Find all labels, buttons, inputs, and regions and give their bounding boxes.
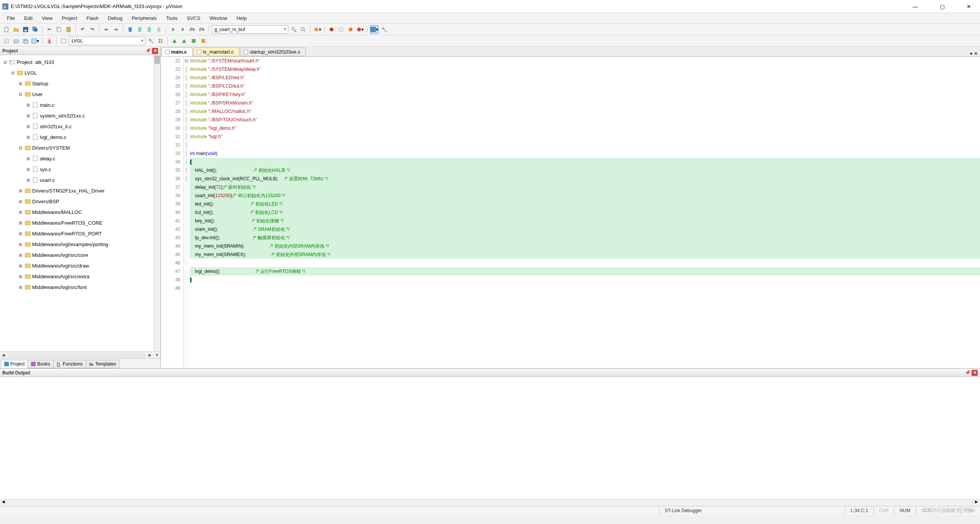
svg-rect-27 [47,42,51,43]
code-editor[interactable]: 2223242526272829303132333435363738394041… [161,57,980,368]
panel-close-icon[interactable]: ✕ [152,48,158,54]
find-in-files-icon[interactable] [299,25,307,34]
minimize-button[interactable]: — [906,1,924,12]
undo-icon[interactable]: ↶ [78,25,87,34]
find-icon[interactable]: 🔍 [289,25,298,34]
target-options-icon[interactable]: 🔧 [147,37,155,45]
tab-close-all-icon[interactable]: ✕ [974,51,978,56]
manage-rte2-icon[interactable] [199,37,207,45]
cut-icon[interactable]: ✂ [45,25,54,34]
tree-group[interactable]: ⊞Middlewares/lvgl/examples/porting [0,239,160,250]
tool-config-icon[interactable]: 🔧 [380,25,388,34]
pack-install2-icon[interactable] [180,37,188,45]
tree-group[interactable]: ⊞Middlewares/FreeRTOS_PORT [0,228,160,239]
window-layout-icon[interactable]: ▾ [370,25,379,34]
nav-back-icon[interactable]: ⇐ [102,25,111,34]
project-tab-project[interactable]: Project [1,360,28,368]
svg-rect-10 [129,27,132,32]
open-icon[interactable] [12,25,20,34]
tree-file[interactable]: ⊞lvgl_demo.c [0,132,160,142]
editor-tab[interactable]: startup_stm32f103xe.s [240,47,306,56]
project-tab-templates[interactable]: 0▸Templates [86,360,120,368]
build-output-body[interactable] [0,377,980,499]
menu-view[interactable]: View [37,14,57,23]
tree-group[interactable]: ⊞Drivers/STM32F1xx_HAL_Driver [0,185,160,196]
batch-build-icon[interactable]: ▾ [31,37,39,45]
tree-group[interactable]: ⊞Startup [0,78,160,89]
tree-group[interactable]: ⊞Middlewares/MALLOC [0,207,160,217]
maximize-button[interactable]: ▢ [933,1,951,12]
download-icon[interactable] [45,37,54,45]
debug-config-icon[interactable]: ▾ [313,25,322,34]
pack-install-icon[interactable] [170,37,179,45]
tree-project-root[interactable]: ⊟Project: atk_f103 [0,57,160,67]
build-hscroll[interactable]: ◀▶ [0,499,980,506]
menu-edit[interactable]: Edit [20,14,37,23]
tree-file[interactable]: ⊞stm32f1xx_it.c [0,121,160,132]
close-button[interactable]: ✕ [960,1,978,12]
tree-group[interactable]: ⊞Middlewares/lvgl/src/font [0,282,160,292]
tree-file[interactable]: ⊞system_stm32f1xx.c [0,110,160,121]
tree-target[interactable]: ⊟LVGL [0,67,160,78]
bookmark-icon[interactable] [126,25,134,34]
build-icon[interactable] [12,37,20,45]
project-tab-functions[interactable]: {}Functions [53,360,86,368]
tree-group[interactable]: ⊞Middlewares/lvgl/src/core [0,250,160,260]
tree-group[interactable]: ⊞Middlewares/lvgl/src/draw [0,260,160,271]
editor-tab[interactable]: main.c [162,47,193,56]
comment-icon[interactable]: //≡ [188,25,196,34]
menu-window[interactable]: Window [205,14,232,23]
build-close-icon[interactable]: ✕ [972,370,978,376]
new-file-icon[interactable] [2,25,11,34]
manage-packs-icon[interactable] [156,37,165,45]
tree-group[interactable]: ⊟User [0,89,160,100]
options-icon[interactable] [59,37,68,45]
tab-dropdown-icon[interactable]: ▾ [970,51,972,56]
tree-group[interactable]: ⊞Drivers/BSP [0,196,160,207]
save-all-icon[interactable] [31,25,39,34]
tree-file[interactable]: ⊞main.c [0,100,160,110]
breakpoint-disable-icon[interactable]: ▾ [356,25,364,34]
copy-icon[interactable] [55,25,63,34]
menu-project[interactable]: Project [57,14,82,23]
rebuild-icon[interactable] [21,37,30,45]
tree-file[interactable]: ⊞sys.c [0,164,160,175]
manage-rte-icon[interactable] [189,37,198,45]
tree-file[interactable]: ⊞usart.c [0,175,160,185]
menu-tools[interactable]: Tools [162,14,182,23]
tree-group[interactable]: ⊟Drivers/SYSTEM [0,142,160,153]
window-title: E:\STM32-LVGL\LVGL-Sample\Projects\MDK-A… [11,3,906,9]
bookmark-next-icon[interactable] [145,25,154,34]
indent-icon[interactable]: ≡ [169,25,177,34]
nav-forward-icon[interactable]: ⇒ [112,25,120,34]
breakpoint-icon[interactable] [346,25,355,34]
tree-file[interactable]: ⊞delay.c [0,153,160,164]
stop-debug-icon[interactable] [337,25,345,34]
run-debug-icon[interactable] [327,25,336,34]
build-pin-icon[interactable]: 📌 [965,370,971,376]
editor-tab[interactable]: lv_mainstart.c [193,47,239,56]
save-icon[interactable] [21,25,30,34]
tree-group[interactable]: ⊞Middlewares/lvgl/src/extra [0,271,160,282]
menu-debug[interactable]: Debug [103,14,127,23]
project-tab-books[interactable]: Books [28,360,53,368]
bookmark-clear-icon[interactable] [155,25,163,34]
menu-peripherals[interactable]: Peripherals [127,14,162,23]
uncomment-icon[interactable]: //≡ [198,25,206,34]
pin-icon[interactable]: 📌 [145,48,151,54]
menu-help[interactable]: Help [232,14,252,23]
outdent-icon[interactable]: ≡ [178,25,187,34]
menu-svcs[interactable]: SVCS [182,14,205,23]
menu-flash[interactable]: Flash [82,14,103,23]
target-combo[interactable]: LVGL [69,37,145,45]
paste-icon[interactable] [64,25,73,34]
tree-group[interactable]: ⊞Middlewares/FreeRTOS_CORE [0,217,160,228]
quick-find-combo[interactable]: g_usart_rx_buf [212,25,288,34]
menu-file[interactable]: File [2,14,20,23]
tree-hscroll[interactable]: ◀▶▼ [0,351,160,358]
translate-icon[interactable] [2,37,11,45]
bookmark-prev-icon[interactable] [136,25,144,34]
redo-icon[interactable]: ↷ [88,25,96,34]
project-tree[interactable]: ⊟Project: atk_f103⊟LVGL⊞Startup⊟User⊞mai… [0,55,160,351]
tree-scrollbar[interactable] [154,55,160,351]
